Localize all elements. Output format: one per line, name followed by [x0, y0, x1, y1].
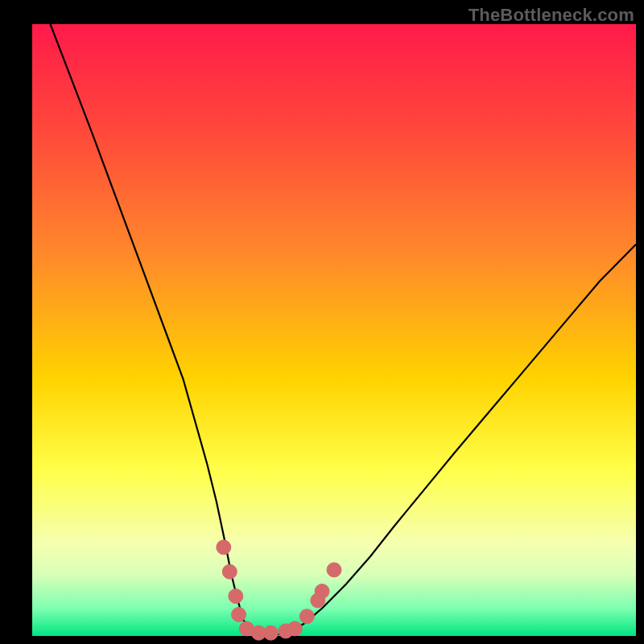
data-marker [232, 607, 246, 621]
data-marker [287, 621, 302, 636]
data-marker [299, 609, 314, 624]
bottleneck-chart [0, 0, 644, 644]
data-marker [315, 584, 329, 599]
data-marker [229, 589, 243, 604]
watermark-label: TheBottleneck.com [469, 5, 634, 26]
data-marker [217, 540, 231, 555]
plot-background [32, 24, 636, 636]
data-marker [263, 625, 278, 640]
data-marker [327, 563, 341, 577]
data-marker [222, 564, 237, 579]
chart-frame: { "watermark": "TheBottleneck.com", "col… [0, 0, 644, 644]
